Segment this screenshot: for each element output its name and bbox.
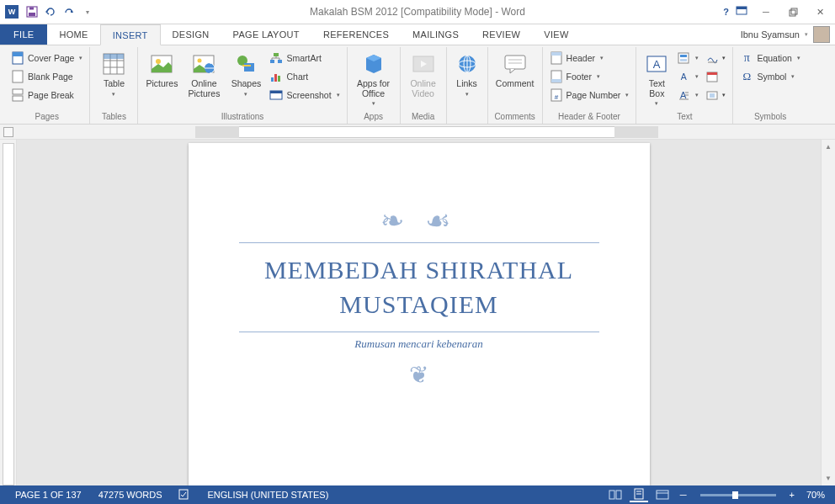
tab-insert[interactable]: INSERT (100, 24, 161, 45)
group-media: Online Video Media (401, 47, 447, 124)
close-button[interactable]: ✕ (808, 3, 832, 20)
tab-references[interactable]: REFERENCES (311, 24, 401, 45)
tab-review[interactable]: REVIEW (471, 24, 532, 45)
svg-rect-54 (678, 53, 689, 63)
scroll-up-icon[interactable]: ▲ (822, 140, 835, 154)
wordart-button[interactable]: A (674, 67, 701, 86)
save-icon[interactable] (25, 5, 39, 19)
status-proofing-icon[interactable] (170, 488, 199, 501)
svg-rect-8 (13, 52, 23, 56)
apps-icon (360, 50, 387, 77)
document-title[interactable]: MEMBEDAH SHIRATHAL MUSTAQIEM (239, 248, 599, 326)
group-header-footer: Header Footer #Page Number Header & Foot… (543, 47, 637, 124)
online-pictures-icon (190, 50, 217, 77)
zoom-in-button[interactable]: + (786, 490, 798, 500)
group-illustrations: Pictures Online Pictures Shapes▾ SmartAr… (138, 47, 347, 124)
zoom-level[interactable]: 70% (803, 490, 828, 500)
chart-button[interactable]: Chart (267, 67, 342, 86)
table-button[interactable]: Table▾ (94, 49, 133, 99)
screenshot-icon (269, 88, 283, 102)
text-box-button[interactable]: AText Box▾ (641, 49, 673, 109)
online-video-button[interactable]: Online Video (405, 49, 442, 100)
comment-icon (502, 50, 529, 77)
object-icon (705, 88, 719, 102)
links-button[interactable]: Links▾ (451, 49, 483, 99)
vertical-ruler[interactable] (0, 140, 17, 485)
qat-customize-icon[interactable]: ▾ (81, 5, 94, 19)
video-icon (410, 50, 437, 77)
group-label-header-footer: Header & Footer (547, 110, 632, 124)
ornament-top: ❧ ☙ (239, 204, 599, 237)
group-tables: Table▾ Tables (90, 47, 138, 124)
redo-icon[interactable] (62, 5, 76, 19)
window-title: Makalah BSM 2012 [Compatibility Mode] - … (0, 6, 835, 18)
wordart-icon: A (677, 70, 690, 83)
date-time-button[interactable] (703, 67, 728, 86)
pictures-icon (148, 50, 175, 77)
comment-button[interactable]: Comment (492, 49, 538, 91)
group-pages: Cover Page Blank Page Page Break Pages (4, 47, 90, 124)
apps-office-button[interactable]: Apps for Office▾ (352, 49, 396, 109)
quick-parts-icon (677, 51, 690, 65)
screenshot-button[interactable]: Screenshot (267, 86, 342, 104)
view-print-layout[interactable] (630, 487, 648, 502)
svg-rect-43 (505, 56, 525, 69)
tab-home[interactable]: HOME (47, 24, 99, 45)
divider-line (239, 242, 599, 243)
zoom-out-button[interactable]: ─ (677, 490, 690, 500)
tab-page-layout[interactable]: PAGE LAYOUT (221, 24, 311, 45)
svg-rect-10 (13, 89, 23, 94)
minimize-button[interactable]: ─ (754, 3, 778, 20)
chart-icon (269, 70, 283, 83)
horizontal-ruler[interactable] (0, 125, 835, 140)
page-break-icon (11, 88, 24, 102)
svg-rect-24 (244, 63, 254, 72)
tab-view[interactable]: VIEW (532, 24, 580, 45)
blank-page-button[interactable]: Blank Page (8, 67, 85, 86)
tab-design[interactable]: DESIGN (161, 24, 221, 45)
header-button[interactable]: Header (547, 49, 632, 67)
symbol-button[interactable]: ΩSymbol (737, 67, 802, 86)
pictures-button[interactable]: Pictures (142, 49, 181, 91)
textbox-icon: A (643, 50, 670, 77)
page-break-button[interactable]: Page Break (8, 86, 85, 104)
maximize-button[interactable] (781, 3, 805, 20)
help-icon[interactable]: ? (723, 7, 729, 17)
svg-rect-66 (179, 490, 188, 499)
svg-rect-49 (551, 79, 561, 82)
group-label-comments: Comments (492, 110, 538, 124)
document-area[interactable]: ❧ ☙ MEMBEDAH SHIRATHAL MUSTAQIEM Rumusan… (17, 140, 821, 485)
vertical-scrollbar[interactable]: ▲ ▼ (821, 140, 835, 485)
signature-line-button[interactable]: ▾ (703, 49, 728, 67)
view-read-mode[interactable] (606, 487, 625, 502)
ribbon-display-icon[interactable] (736, 6, 747, 18)
tab-mailings[interactable]: MAILINGS (401, 24, 471, 45)
zoom-slider[interactable] (700, 494, 776, 496)
view-web-layout[interactable] (653, 487, 672, 502)
page-number-button[interactable]: #Page Number (547, 86, 632, 104)
tab-selector[interactable] (3, 127, 13, 137)
user-account[interactable]: Ibnu Syamsun ▾ (741, 24, 830, 45)
links-icon (454, 50, 481, 77)
object-button[interactable]: ▾ (703, 86, 728, 104)
smartart-button[interactable]: SmartArt (267, 49, 342, 67)
undo-icon[interactable] (44, 5, 57, 19)
scroll-down-icon[interactable]: ▼ (822, 471, 835, 485)
status-words[interactable]: 47275 WORDS (90, 490, 171, 500)
document-subtitle[interactable]: Rumusan mencari kebenaran (239, 337, 599, 351)
tab-file[interactable]: FILE (0, 24, 47, 45)
quick-parts-button[interactable] (674, 49, 701, 67)
quick-access-toolbar: ▾ (22, 5, 98, 19)
footer-button[interactable]: Footer (547, 67, 632, 86)
cover-page-button[interactable]: Cover Page (8, 49, 85, 67)
shapes-button[interactable]: Shapes▾ (226, 49, 265, 99)
online-pictures-button[interactable]: Online Pictures (183, 49, 225, 100)
equation-icon: π (740, 51, 753, 65)
document-page[interactable]: ❧ ☙ MEMBEDAH SHIRATHAL MUSTAQIEM Rumusan… (189, 143, 650, 485)
status-page[interactable]: PAGE 1 OF 137 (7, 490, 90, 500)
drop-cap-button[interactable]: A (674, 86, 701, 104)
svg-point-21 (198, 59, 202, 63)
equation-button[interactable]: πEquation (737, 49, 802, 67)
status-language[interactable]: ENGLISH (UNITED STATES) (199, 490, 337, 500)
svg-rect-72 (657, 491, 668, 499)
